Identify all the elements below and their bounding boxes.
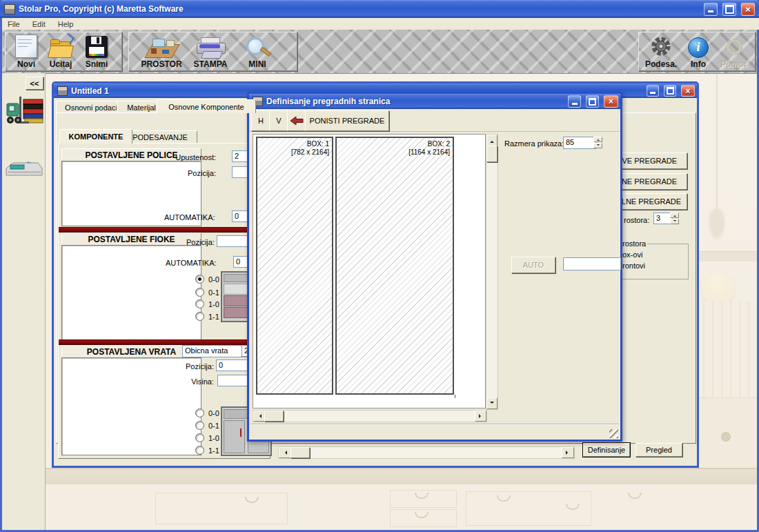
floppy-disk-icon <box>86 36 108 58</box>
scroll-left-button[interactable] <box>253 411 265 422</box>
tab-podesavanje[interactable]: PODESAVANJE <box>123 130 197 144</box>
definisanje-button[interactable]: Definisanje <box>583 443 630 457</box>
ponisti-pregrade-button[interactable]: PONISTI PREGRADE <box>305 110 389 131</box>
fioke-radio-1-1[interactable]: 1-1 <box>195 312 219 321</box>
settings-button[interactable]: Podesa. <box>643 35 679 69</box>
help-button-label: Pomoc <box>720 59 748 69</box>
gear-icon <box>649 36 673 58</box>
tab-komponente[interactable]: KOMPONENTE <box>59 129 132 144</box>
box-2[interactable]: BOX: 2 [1164 x 2164] <box>335 137 454 395</box>
main-close-button[interactable]: × <box>741 3 755 16</box>
tab-osnovne-komponente[interactable]: Osnovne Komponente <box>157 99 256 113</box>
vrata-header-label: POSTAVLJENA VRATA <box>87 347 176 357</box>
group-item-boxovi[interactable]: ox-ovi <box>622 250 642 259</box>
radio-icon <box>195 299 204 308</box>
scanner-icon[interactable] <box>3 145 45 181</box>
menu-edit[interactable]: Edit <box>32 20 46 28</box>
upustenost-label: Upustenost: <box>175 153 216 161</box>
vrata-radio-1-0[interactable]: 1-0 <box>195 433 219 442</box>
scroll-right-button[interactable] <box>562 447 574 458</box>
fioke-header-label: POSTAVLJENE FIOKE <box>88 235 175 244</box>
scroll-thumb[interactable] <box>290 447 310 458</box>
vrata-list[interactable] <box>61 357 201 455</box>
radio-label: 1-1 <box>208 446 219 455</box>
prostora-spinner-buttons[interactable] <box>670 213 679 224</box>
main-minimize-button[interactable] <box>704 3 718 16</box>
new-document-icon <box>15 35 37 58</box>
radio-icon <box>195 408 204 417</box>
menu-help[interactable]: Help <box>58 20 74 28</box>
stampa-button[interactable]: STAMPA <box>188 35 233 69</box>
fioke-radio-0-0[interactable]: 0-0 <box>195 275 219 284</box>
menu-file[interactable]: File <box>8 20 20 28</box>
radio-label: 1-1 <box>208 313 219 321</box>
vrata-radio-0-1[interactable]: 0-1 <box>195 421 219 430</box>
scroll-up-button[interactable] <box>486 135 497 146</box>
prostor-button-label: PROSTOR <box>141 59 181 69</box>
tab-label: Materijal <box>127 104 156 112</box>
stampa-button-label: STAMPA <box>194 59 228 69</box>
button-label: V <box>276 117 281 125</box>
left-sidebar: << <box>2 73 46 530</box>
scroll-thumb[interactable] <box>486 146 497 162</box>
dialog-maximize-button[interactable] <box>586 95 599 108</box>
save-button-label: Snimi <box>86 59 108 69</box>
pregled-button[interactable]: Pregled <box>635 443 682 457</box>
mini-button[interactable]: MINI <box>238 35 277 69</box>
section-separator <box>59 339 268 345</box>
main-maximize-button[interactable] <box>722 3 736 16</box>
vrata-pozicija-label: Pozicija: <box>179 362 214 371</box>
dialog-close-button[interactable]: × <box>604 95 618 108</box>
canvas-vscrollbar[interactable] <box>486 134 498 410</box>
sidebar-collapse-button[interactable]: << <box>26 77 43 90</box>
save-button[interactable]: Snimi <box>79 35 115 69</box>
radio-icon <box>195 312 204 321</box>
vrata-radio-1-1[interactable]: 1-1 <box>195 446 219 455</box>
radio-label: 0-0 <box>208 275 219 284</box>
doc-maximize-button[interactable] <box>664 85 676 97</box>
forklift-materials-icon[interactable] <box>4 90 44 131</box>
dialog-titlebar: Definisanje pregradnih stranica × <box>249 94 620 109</box>
dialog-minimize-button[interactable] <box>568 95 581 108</box>
auto-value-input[interactable] <box>563 257 621 270</box>
info-button[interactable]: i Info <box>683 35 713 69</box>
vrata-radio-0-0[interactable]: 0-0 <box>195 408 219 417</box>
collapse-label: << <box>30 79 39 88</box>
fioke-radio-0-1[interactable]: 0-1 <box>195 288 219 297</box>
fioke-radio-1-0[interactable]: 1-0 <box>195 299 219 308</box>
scroll-thumb[interactable] <box>264 411 284 422</box>
undo-partition-button[interactable] <box>287 110 306 131</box>
dialog-canvas[interactable]: BOX: 1 [782 x 2164] BOX: 2 [1164 x 2164] <box>253 134 486 408</box>
prostor-button[interactable]: PROSTOR <box>139 35 184 69</box>
radio-label: 0-1 <box>208 422 219 430</box>
radio-icon <box>195 288 204 297</box>
horizontal-split-button[interactable]: H <box>251 110 270 131</box>
radio-label: 1-0 <box>208 300 219 308</box>
scroll-right-button[interactable] <box>475 411 486 422</box>
doc-close-button[interactable]: × <box>681 85 695 97</box>
box-2-label: BOX: 2 [1164 x 2164] <box>408 140 450 157</box>
prostora-group-caption: rostora <box>621 239 647 248</box>
open-button[interactable]: Ucitaj <box>44 35 77 69</box>
razmera-input[interactable]: 85 <box>563 137 596 149</box>
tab-osnovni-podaci[interactable]: Osnovni podaci <box>56 101 126 113</box>
canvas-hscrollbar[interactable] <box>253 410 487 422</box>
razmera-label: Razmera prikaza: <box>504 139 564 148</box>
resize-grip[interactable] <box>609 429 618 438</box>
group-item-frontovi[interactable]: rontovi <box>622 262 645 270</box>
open-button-label: Ucitaj <box>50 59 72 69</box>
tab-label: Osnovni podaci <box>65 104 117 112</box>
scroll-down-button[interactable] <box>486 397 497 409</box>
auto-button[interactable]: AUTO <box>511 257 555 273</box>
document-hscrollbar[interactable] <box>278 446 575 459</box>
toolbar-file-group: Novi Ucitaj Snimi <box>5 32 122 71</box>
button-label: AUTO <box>523 261 544 269</box>
new-button[interactable]: Novi <box>10 35 43 69</box>
razmera-spinner-buttons[interactable] <box>593 137 602 149</box>
vertical-split-button[interactable]: V <box>269 110 288 131</box>
scroll-left-button[interactable] <box>279 447 291 458</box>
box-1[interactable]: BOX: 1 [782 x 2164] <box>256 137 333 395</box>
doc-minimize-button[interactable] <box>647 85 659 97</box>
help-button[interactable]: Pomoc <box>716 35 752 69</box>
info-icon: i <box>688 37 709 58</box>
